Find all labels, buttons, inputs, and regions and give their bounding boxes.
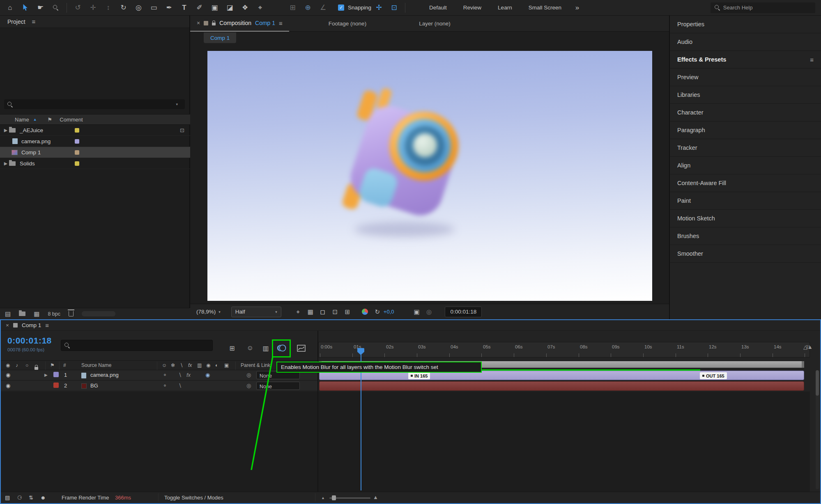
fx-switch[interactable]: fx bbox=[186, 372, 191, 378]
close-icon[interactable]: × bbox=[6, 322, 9, 328]
panel-menu-icon[interactable]: ≡ bbox=[279, 20, 283, 27]
snap-to-feature-icon[interactable]: ✢ bbox=[371, 2, 386, 14]
region-of-interest-icon[interactable]: ⊡ bbox=[329, 308, 341, 316]
panel-libraries[interactable]: Libraries bbox=[670, 86, 821, 104]
view-axis-mode-icon[interactable]: ∠ bbox=[315, 2, 331, 14]
panel-audio[interactable]: Audio bbox=[670, 33, 821, 51]
workspace-overflow-icon[interactable]: » bbox=[570, 2, 585, 14]
workspace-default[interactable]: Default bbox=[421, 0, 455, 16]
new-folder-icon[interactable] bbox=[19, 312, 25, 316]
workspace-small-screen[interactable]: Small Screen bbox=[520, 0, 570, 16]
interpret-footage-icon[interactable]: ▤ bbox=[5, 310, 11, 318]
shy-switch-icon[interactable]: ☺ bbox=[162, 362, 167, 368]
world-axis-mode-icon[interactable]: ⊕ bbox=[300, 2, 315, 14]
help-search-field[interactable] bbox=[711, 2, 815, 13]
comment-column-header[interactable]: Comment bbox=[60, 117, 83, 123]
magnification-dropdown[interactable]: (78,9%) ▾ bbox=[196, 309, 221, 315]
label-color-swatch[interactable] bbox=[75, 128, 79, 133]
zoom-out-mountain-icon[interactable]: ▲ bbox=[321, 496, 325, 500]
pan-behind-tool-icon[interactable]: ◎ bbox=[131, 2, 146, 14]
panel-align[interactable]: Align bbox=[670, 157, 821, 174]
viewer-timecode[interactable]: 0:00:01:18 bbox=[445, 307, 482, 317]
playhead-line[interactable] bbox=[361, 355, 361, 490]
orbit-camera-tool-icon[interactable]: ↺ bbox=[70, 2, 85, 14]
out-point-label[interactable]: OUT 165 bbox=[700, 372, 727, 379]
in-out-icon[interactable]: ⇅ bbox=[29, 495, 33, 501]
panel-character[interactable]: Character bbox=[670, 104, 821, 121]
dolly-camera-tool-icon[interactable]: ↕ bbox=[101, 2, 116, 14]
mask-visibility-icon[interactable]: ◻ bbox=[317, 308, 329, 316]
chevron-right-icon[interactable]: ▶ bbox=[2, 128, 9, 133]
panel-preview[interactable]: Preview bbox=[670, 69, 821, 86]
frame-blend-switch-icon[interactable]: ▥ bbox=[197, 362, 202, 368]
trash-icon[interactable] bbox=[69, 311, 74, 316]
layer-source-name[interactable]: BG bbox=[90, 383, 98, 389]
toggle-switches-modes-button[interactable]: Toggle Switches / Modes bbox=[164, 495, 223, 501]
motion-blur-switch[interactable]: ◉ bbox=[205, 372, 210, 378]
tab-layer[interactable]: Layer (none) bbox=[411, 16, 459, 31]
rotation-tool-icon[interactable]: ↻ bbox=[116, 2, 131, 14]
color-depth-button[interactable]: 8 bpc bbox=[48, 311, 60, 317]
layer-color-chip[interactable] bbox=[53, 372, 59, 377]
pixel-aspect-icon[interactable]: ⊞ bbox=[341, 308, 354, 316]
pan-camera-tool-icon[interactable]: ✛ bbox=[85, 2, 101, 14]
timeline-search-input[interactable] bbox=[73, 342, 203, 348]
comp-viewer-tab[interactable]: Comp 1 bbox=[204, 32, 236, 43]
eye-icon[interactable]: ◉ bbox=[6, 372, 10, 378]
panel-properties[interactable]: Properties bbox=[670, 16, 821, 33]
pickwhip-icon[interactable]: ◎ bbox=[246, 372, 251, 378]
frame-blending-icon[interactable]: ▥ bbox=[260, 342, 272, 354]
name-column-header[interactable]: Name bbox=[0, 117, 29, 123]
workspace-learn[interactable]: Learn bbox=[490, 0, 520, 16]
pickwhip-icon[interactable]: ◎ bbox=[246, 383, 251, 389]
layer-row-camera[interactable]: ◉ ▶ 1 camera.png ⚬ ∖ fx ◉ ◎ None ▾ bbox=[1, 370, 317, 380]
exposure-offset-value[interactable]: +0,0 bbox=[384, 309, 394, 315]
timeline-search-field[interactable] bbox=[61, 340, 213, 351]
panel-content-aware-fill[interactable]: Content-Aware Fill bbox=[670, 174, 821, 192]
puppet-pin-tool-icon[interactable]: ⌖ bbox=[253, 2, 268, 14]
brush-tool-icon[interactable]: ✐ bbox=[192, 2, 207, 14]
layer-source-name[interactable]: camera.png bbox=[90, 372, 119, 378]
project-search-field[interactable]: ▾ bbox=[4, 99, 185, 109]
eye-icon[interactable]: ◉ bbox=[6, 383, 10, 389]
composition-viewport[interactable] bbox=[207, 51, 652, 301]
panel-smoother[interactable]: Smoother bbox=[670, 245, 821, 263]
chevron-right-icon[interactable]: ▶ bbox=[44, 373, 48, 377]
label-column-icon[interactable]: ⚑ bbox=[50, 362, 55, 368]
number-column-header[interactable]: # bbox=[63, 362, 66, 368]
guides-icon[interactable]: ⌖ bbox=[292, 308, 304, 316]
collapse-switch-icon[interactable]: ✻ bbox=[171, 362, 175, 368]
zoom-tool-icon[interactable] bbox=[48, 2, 63, 14]
zoom-slider-handle[interactable] bbox=[332, 495, 336, 500]
layer-color-chip[interactable] bbox=[53, 383, 59, 388]
panel-menu-icon[interactable]: ≡ bbox=[32, 18, 36, 25]
current-timecode[interactable]: 0:00:01:18 bbox=[7, 336, 52, 346]
3d-switch-icon[interactable]: ▣ bbox=[224, 362, 229, 368]
label-column-icon[interactable]: ⚑ bbox=[48, 117, 53, 123]
snapping-checkbox[interactable]: ✓ bbox=[338, 5, 344, 11]
av-switch-icon[interactable]: ⚬ bbox=[163, 372, 167, 378]
roto-brush-tool-icon[interactable]: ❖ bbox=[237, 2, 253, 14]
graph-editor-icon[interactable] bbox=[295, 342, 307, 354]
parent-dropdown[interactable]: None ▾ bbox=[256, 382, 300, 390]
layer-row-bg[interactable]: ◉ 2 BG ⚬ ∖ ◎ None ▾ bbox=[1, 381, 317, 391]
project-item-comp-1[interactable]: Comp 1 bbox=[0, 147, 190, 158]
tab-footage[interactable]: Footage (none) bbox=[320, 16, 375, 31]
clone-stamp-tool-icon[interactable]: ▣ bbox=[207, 2, 222, 14]
eye-column-icon[interactable]: ◉ bbox=[6, 362, 10, 368]
pen-tool-icon[interactable]: ✒ bbox=[161, 2, 177, 14]
resolution-dropdown[interactable]: Half ▾ bbox=[231, 307, 281, 317]
panel-motion-sketch[interactable]: Motion Sketch bbox=[670, 210, 821, 227]
source-name-column-header[interactable]: Source Name bbox=[81, 362, 111, 368]
transparency-grid-icon[interactable]: ▦ bbox=[304, 308, 317, 316]
panel-effects-presets[interactable]: Effects & Presets ≡ bbox=[670, 51, 821, 69]
workspace-review[interactable]: Review bbox=[455, 0, 490, 16]
rectangle-tool-icon[interactable]: ▭ bbox=[146, 2, 161, 14]
close-icon[interactable]: × bbox=[197, 20, 200, 26]
selection-tool-icon[interactable] bbox=[18, 2, 33, 14]
label-color-swatch[interactable] bbox=[75, 161, 79, 166]
panel-tracker[interactable]: Tracker bbox=[670, 139, 821, 157]
hand-tool-icon[interactable]: ☛ bbox=[33, 2, 48, 14]
channel-color-icon[interactable] bbox=[362, 309, 368, 315]
quality-switch-icon[interactable]: ∖ bbox=[180, 362, 183, 368]
